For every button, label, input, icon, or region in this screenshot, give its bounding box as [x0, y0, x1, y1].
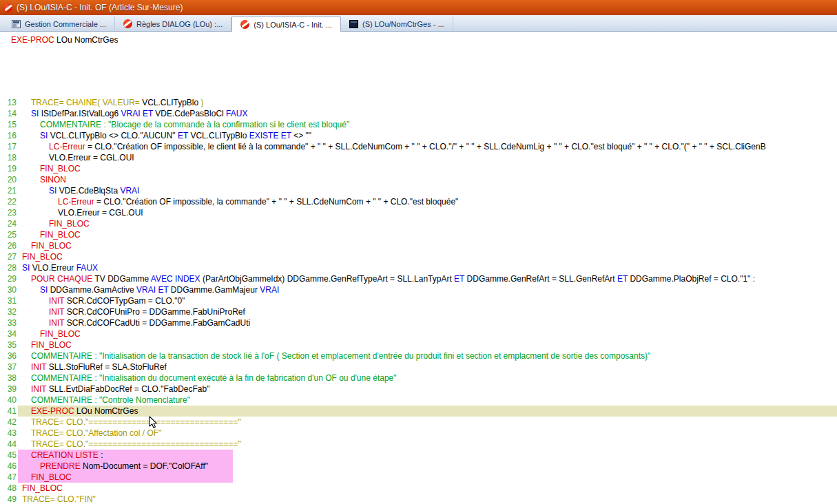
line-number[interactable]: 44 [0, 439, 18, 450]
procedure-header: EXE-PROC LOu NomCtrGes [11, 35, 118, 45]
line-number[interactable]: 14 [0, 108, 18, 119]
code-line[interactable]: 45CREATION LISTE : [0, 450, 837, 461]
code-line[interactable]: 25FIN_BLOC [0, 229, 837, 240]
code-line[interactable]: 31INIT SCR.CdCOFTypGam = CLO."0" [0, 295, 837, 306]
line-number[interactable]: 47 [0, 472, 18, 483]
line-number[interactable]: 42 [0, 417, 18, 428]
code-line[interactable]: 47FIN_BLOC [0, 472, 837, 483]
line-number[interactable]: 48 [0, 483, 18, 494]
code-line[interactable]: 49TRACE= CLO."FIN" [0, 494, 837, 504]
code-token: VLO.Erreur [32, 263, 76, 273]
line-number[interactable]: 26 [0, 240, 18, 251]
procedure-name: LOu NomCtrGes [54, 35, 118, 45]
line-number[interactable]: 40 [0, 395, 18, 406]
tab-lou-isia-c-active[interactable]: (S) LOu/ISIA-C - Init. ... [231, 17, 341, 32]
code-line[interactable]: 39INIT SLL.EvtDiaFabDocRef = CLO."FabDec… [0, 384, 837, 395]
code-line[interactable]: 16SI VCL.CLITypBlo <> CLO."AUCUN" ET VCL… [0, 130, 837, 141]
code-line[interactable]: 21SI VDE.CdeBlqSta VRAI [0, 185, 837, 196]
code-token: FIN_BLOC [22, 252, 63, 262]
code-token: ET [281, 131, 291, 140]
code-line[interactable]: 46PRENDRE Nom-Document = DOF."ColOFAff" [0, 461, 837, 472]
line-number[interactable]: 13 [0, 97, 18, 108]
line-number[interactable]: 18 [0, 152, 18, 163]
tab-bar: Gestion Commerciale ... Règles DIALOG (L… [0, 15, 837, 32]
line-number[interactable]: 29 [0, 273, 18, 284]
dialog-red-icon [123, 19, 132, 28]
code-line[interactable]: 28SI VLO.Erreur FAUX [0, 262, 837, 273]
code-line[interactable]: 23VLO.Erreur = CGL.OUI [0, 207, 837, 218]
code-line[interactable]: 48FIN_BLOC [0, 483, 837, 494]
line-number[interactable]: 31 [0, 295, 18, 306]
line-number[interactable]: 23 [0, 207, 18, 218]
code-line[interactable]: 33INIT SCR.CdCOFCadUti = DDGamme.FabGamC… [0, 317, 837, 328]
code-token: FIN_BLOC [22, 483, 63, 493]
line-number[interactable]: 39 [0, 384, 18, 395]
line-number[interactable]: 49 [0, 494, 18, 504]
code-line[interactable]: 20SINON [0, 174, 837, 185]
code-line[interactable]: 13TRACE= CHAINE( VALEUR= VCL.CLITypBlo ) [0, 97, 837, 108]
tab-gestion-commerciale[interactable]: Gestion Commerciale ... [3, 17, 115, 31]
line-number[interactable]: 36 [0, 350, 18, 361]
line-number[interactable]: 37 [0, 361, 18, 372]
code-token: SI [22, 263, 32, 273]
window-title-bar[interactable]: (S) LOu/ISIA-C - Init. OF (Article Sur-M… [0, 0, 837, 15]
code-line[interactable]: 44TRACE= CLO."==========================… [0, 439, 837, 450]
code-line[interactable]: 29POUR CHAQUE TV DDGamme AVEC INDEX (Par… [0, 273, 837, 284]
tab-lou-nomctrges[interactable]: (S) LOu/NomCtrGes - ... [341, 17, 453, 31]
line-number[interactable]: 17 [0, 141, 18, 152]
code-token: INDEX [175, 274, 200, 284]
code-line[interactable]: 34FIN_BLOC [0, 328, 837, 339]
line-number[interactable]: 19 [0, 163, 18, 174]
line-number[interactable]: 35 [0, 339, 18, 350]
line-number[interactable]: 15 [0, 119, 18, 130]
code-line[interactable]: 42TRACE= CLO."==========================… [0, 417, 837, 428]
code-line[interactable]: 22LC-Erreur = CLO."Création OF impossibl… [0, 196, 837, 207]
code-line[interactable]: 37INIT SLL.StoFluRef = SLA.StoFluRef [0, 361, 837, 372]
line-number[interactable]: 22 [0, 196, 18, 207]
line-number[interactable]: 43 [0, 428, 18, 439]
code-token: INIT [31, 384, 46, 394]
line-number[interactable]: 25 [0, 229, 18, 240]
code-line[interactable]: 14SI IStDefPar.IStValLog6 VRAI ET VDE.Cd… [0, 108, 837, 119]
line-number[interactable]: 24 [0, 218, 18, 229]
line-number[interactable]: 45 [0, 450, 18, 461]
code-token: VRAI [120, 186, 139, 196]
code-token: SCR.CdCOFTypGam = CLO."0" [64, 296, 185, 306]
tab-regles-dialog[interactable]: Règles DIALOG (LOu) :... [115, 17, 231, 31]
line-number[interactable]: 28 [0, 262, 18, 273]
line-number[interactable]: 46 [0, 461, 18, 472]
code-line[interactable]: 26FIN_BLOC [0, 240, 837, 251]
code-line[interactable]: 30SI DDGamme.GamActive VRAI ET DDGamme.G… [0, 284, 837, 295]
line-number[interactable]: 33 [0, 317, 18, 328]
code-token: VCL.CLITypBlo [188, 131, 249, 140]
code-line[interactable]: 18VLO.Erreur = CGL.OUI [0, 152, 837, 163]
line-number[interactable]: 27 [0, 251, 18, 262]
code-token: CREATION LISTE [31, 450, 99, 460]
code-line[interactable]: 40COMMENTAIRE : "Controle Nomenclature" [0, 395, 837, 406]
code-line[interactable]: 43TRACE= CLO."Affectation col / OF" [0, 428, 837, 439]
application-window: (S) LOu/ISIA-C - Init. OF (Article Sur-M… [0, 0, 837, 504]
code-token: Nom-Document = DOF."ColOFAff" [81, 461, 208, 471]
line-number[interactable]: 20 [0, 174, 18, 185]
code-line[interactable]: 24FIN_BLOC [0, 218, 837, 229]
line-number[interactable]: 16 [0, 130, 18, 141]
code-line[interactable]: 27FIN_BLOC [0, 251, 837, 262]
code-line[interactable]: 35FIN_BLOC [0, 339, 837, 350]
code-line[interactable]: 19FIN_BLOC [0, 163, 837, 174]
line-number[interactable]: 21 [0, 185, 18, 196]
code-line[interactable]: 41EXE-PROC LOu NomCtrGes [0, 406, 837, 417]
line-number[interactable]: 41 [0, 406, 18, 417]
code-line[interactable]: 32INIT SCR.CdCOFUniPro = DDGamme.FabUniP… [0, 306, 837, 317]
code-token: POUR CHAQUE [31, 274, 92, 284]
line-number[interactable]: 30 [0, 284, 18, 295]
code-line[interactable]: 38COMMENTAIRE : "Initialisation du docum… [0, 372, 837, 384]
line-number[interactable]: 32 [0, 306, 18, 317]
code-token: = CLO."Création OF impossible, le client… [85, 142, 766, 151]
line-number[interactable]: 34 [0, 328, 18, 339]
line-number[interactable]: 38 [0, 372, 18, 384]
code-token: FIN_BLOC [31, 241, 72, 251]
code-token: VDE.CdePasBloCl [153, 109, 226, 118]
code-line[interactable]: 17LC-Erreur = CLO."Création OF impossibl… [0, 141, 837, 152]
code-line[interactable]: 15COMMENTAIRE : "Blocage de la commande … [0, 119, 837, 130]
code-line[interactable]: 36COMMENTAIRE : "Initialisation de la tr… [0, 350, 837, 361]
